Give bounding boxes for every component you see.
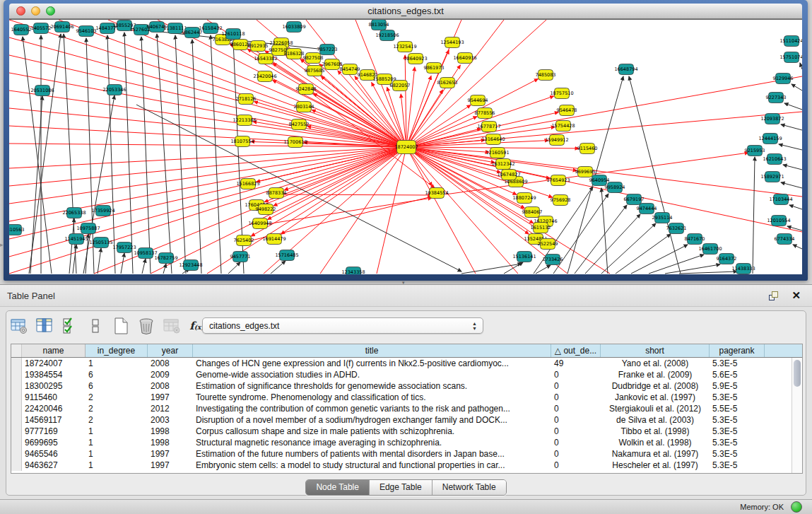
- tab-edge-table[interactable]: Edge Table: [370, 480, 433, 495]
- cell-out_de[interactable]: 0: [551, 448, 601, 460]
- table-row[interactable]: 946362711997Embryonic stem cells: a mode…: [11, 460, 802, 471]
- cell-year[interactable]: 1997: [148, 392, 193, 403]
- column-header-out_de[interactable]: △ out_de...: [551, 344, 601, 357]
- cell-year[interactable]: 2003: [148, 414, 193, 426]
- cell-in_degree[interactable]: 1: [86, 460, 148, 471]
- table-row[interactable]: 1872400712008Changes of HCN gene express…: [11, 358, 802, 369]
- float-panel-icon[interactable]: [768, 290, 781, 303]
- cell-pagerank[interactable]: 5.3E-5: [710, 460, 765, 471]
- citation-edge-red[interactable]: [9, 147, 406, 204]
- citation-edge-red[interactable]: [9, 147, 406, 168]
- citation-edge-black[interactable]: [142, 259, 146, 274]
- citation-edge-black[interactable]: [192, 40, 201, 274]
- cell-short[interactable]: Stergiakouli et al. (2012): [601, 403, 710, 414]
- citation-edge-black[interactable]: [783, 165, 802, 170]
- cell-pagerank[interactable]: 5.3E-5: [710, 437, 765, 448]
- citation-edge-black[interactable]: [753, 157, 755, 274]
- close-panel-icon[interactable]: ✕: [792, 289, 801, 302]
- cell-year[interactable]: 1997: [148, 448, 193, 460]
- citation-edge-black[interactable]: [789, 205, 802, 209]
- cell-in_degree[interactable]: 1: [86, 437, 148, 448]
- panel-resize-handle[interactable]: ▸: [0, 241, 4, 248]
- cell-short[interactable]: Dudbridge et al. (2008): [601, 380, 710, 392]
- citation-edge-black[interactable]: [163, 264, 166, 274]
- citation-edge-red[interactable]: [406, 105, 471, 147]
- cell-pagerank[interactable]: 5.6E-5: [710, 369, 765, 380]
- citation-edge-red[interactable]: [262, 198, 432, 225]
- scrollbar-thumb[interactable]: [794, 360, 801, 387]
- row-select-check-icon[interactable]: [60, 317, 79, 336]
- cell-short[interactable]: Tibbo et al. (1998): [601, 426, 710, 437]
- citation-edge-red[interactable]: [284, 147, 406, 190]
- citation-edge-black[interactable]: [629, 76, 681, 274]
- citation-edge-red[interactable]: [406, 20, 546, 147]
- cell-name[interactable]: 9465546: [22, 448, 86, 460]
- network-canvas[interactable]: 1872400771638228860128891293523226058982…: [9, 19, 802, 274]
- citation-edge-black[interactable]: [575, 205, 627, 274]
- cell-short[interactable]: Yano et al. (2008): [601, 358, 710, 369]
- cell-out_de[interactable]: 0: [551, 392, 601, 403]
- citation-edge-black[interactable]: [781, 182, 802, 188]
- cell-name[interactable]: 18724007: [22, 358, 86, 369]
- cell-out_de[interactable]: 49: [551, 358, 601, 369]
- cell-out_de[interactable]: 0: [551, 403, 601, 414]
- citation-edge-red[interactable]: [9, 90, 406, 147]
- cell-title[interactable]: Structural magnetic resonance image aver…: [193, 437, 551, 448]
- cell-name[interactable]: 9115460: [22, 392, 86, 403]
- new-document-icon[interactable]: [111, 317, 130, 336]
- citation-edge-black[interactable]: [271, 261, 286, 274]
- cell-title[interactable]: Investigating the contribution of common…: [193, 403, 551, 414]
- citation-edge-black[interactable]: [800, 63, 802, 69]
- table-row[interactable]: 911546021997Tourette syndrome. Phenomeno…: [11, 392, 802, 403]
- citation-edge-black[interactable]: [157, 34, 172, 274]
- citation-edge-red[interactable]: [406, 141, 548, 147]
- network-window-titlebar[interactable]: citations_edges.txt: [9, 4, 802, 19]
- delete-trash-icon[interactable]: [136, 317, 155, 336]
- citation-edge-black[interactable]: [121, 253, 124, 274]
- citation-edge-black[interactable]: [784, 103, 802, 110]
- column-header-year[interactable]: year: [148, 344, 193, 357]
- table-row[interactable]: 969969511998Structural magnetic resonanc…: [11, 437, 802, 448]
- rows-icon[interactable]: [86, 317, 105, 336]
- cell-title[interactable]: Embryonic stem cells: a model to study s…: [193, 460, 551, 471]
- cell-pagerank[interactable]: 5.9E-5: [710, 380, 765, 392]
- cell-in_degree[interactable]: 6: [86, 369, 148, 380]
- cell-in_degree[interactable]: 1: [86, 426, 148, 437]
- cell-title[interactable]: Tourette syndrome. Phenomenology and cla…: [193, 392, 551, 403]
- citation-edge-red[interactable]: [9, 147, 406, 186]
- citation-edge-red[interactable]: [257, 147, 406, 182]
- citation-edge-black[interactable]: [29, 34, 61, 274]
- cell-in_degree[interactable]: 2: [86, 414, 148, 426]
- table-settings-icon[interactable]: [9, 317, 28, 336]
- cell-pagerank[interactable]: 5.3E-5: [710, 358, 765, 369]
- cell-year[interactable]: 1998: [148, 426, 193, 437]
- cell-in_degree[interactable]: 2: [86, 392, 148, 403]
- cell-title[interactable]: Genome-wide association studies in ADHD.: [193, 369, 551, 380]
- cell-pagerank[interactable]: 5.5E-5: [710, 403, 765, 414]
- table-row[interactable]: 1938455462009Genome-wide association stu…: [11, 369, 802, 380]
- cell-year[interactable]: 2008: [148, 380, 193, 392]
- cell-name[interactable]: 9699695: [22, 437, 86, 448]
- citation-edge-red[interactable]: [377, 147, 406, 274]
- cell-out_de[interactable]: 0: [551, 414, 601, 426]
- cell-short[interactable]: Nakamura et al. (1997): [601, 448, 710, 460]
- cell-pagerank[interactable]: 5.3E-5: [710, 426, 765, 437]
- table-row[interactable]: 2242004622012Investigating the contribut…: [11, 403, 802, 414]
- citation-edge-black[interactable]: [98, 248, 101, 274]
- citation-edge-black[interactable]: [175, 35, 186, 274]
- cell-title[interactable]: Changes of HCN gene expression and I(f) …: [193, 358, 551, 369]
- citation-edge-black[interactable]: [781, 124, 802, 130]
- citation-edge-black[interactable]: [211, 35, 221, 274]
- citation-edge-black[interactable]: [228, 262, 240, 274]
- cell-name[interactable]: 14569117: [22, 414, 86, 426]
- cell-out_de[interactable]: 0: [551, 437, 601, 448]
- cell-in_degree[interactable]: 6: [86, 380, 148, 392]
- citation-edge-red[interactable]: [108, 20, 406, 147]
- cell-name[interactable]: 22420046: [22, 403, 86, 414]
- tab-node-table[interactable]: Node Table: [306, 480, 370, 495]
- cell-out_de[interactable]: 0: [551, 460, 601, 471]
- column-header-short[interactable]: short: [601, 344, 710, 357]
- column-header-title[interactable]: title: [193, 344, 551, 357]
- cell-title[interactable]: Estimation of significance thresholds fo…: [193, 380, 551, 392]
- citation-edge-black[interactable]: [793, 245, 802, 249]
